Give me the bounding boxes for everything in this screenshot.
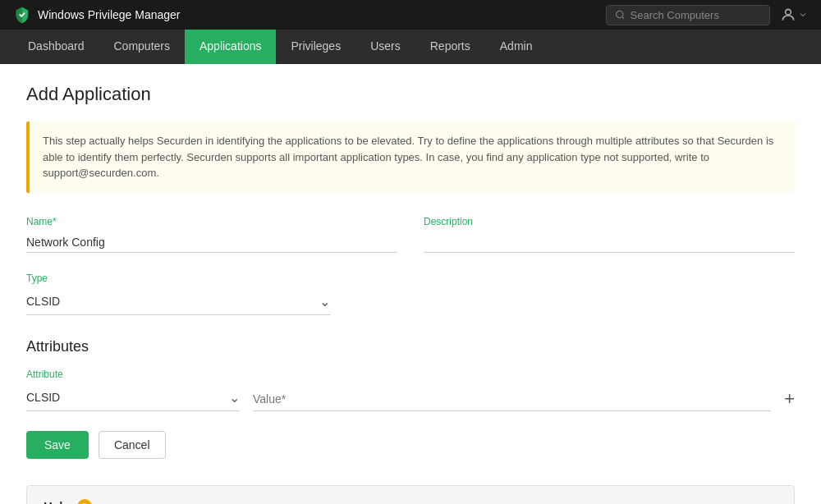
nav-users[interactable]: Users: [355, 30, 415, 64]
help-header: Help ?: [44, 499, 777, 505]
chevron-down-icon: ⌄: [319, 294, 330, 309]
type-wrapper: Type CLSID ⌄: [26, 273, 330, 315]
type-dropdown[interactable]: CLSID ⌄: [26, 289, 330, 315]
nav-admin[interactable]: Admin: [485, 30, 548, 64]
nav-dashboard[interactable]: Dashboard: [13, 30, 99, 64]
attribute-value: CLSID: [26, 391, 60, 404]
svg-line-1: [622, 16, 624, 18]
attributes-title: Attributes: [26, 338, 795, 355]
search-icon: [615, 9, 626, 21]
brand-title: Windows Privilege Manager: [38, 8, 181, 21]
user-icon: [780, 7, 796, 23]
svg-point-2: [786, 9, 791, 15]
search-box[interactable]: [606, 5, 770, 25]
attribute-select-wrapper: Attribute CLSID ⌄: [26, 369, 240, 411]
navigation: Dashboard Computers Applications Privile…: [0, 30, 821, 64]
header: Windows Privilege Manager: [0, 0, 821, 30]
name-label: Name*: [26, 216, 397, 227]
name-group: Name*: [26, 216, 397, 253]
help-title: Help: [44, 499, 71, 504]
attribute-value-wrapper: [253, 387, 771, 411]
main-content: Add Application This step actually helps…: [0, 64, 821, 504]
nav-reports[interactable]: Reports: [415, 30, 485, 64]
help-section: Help ? If you select the attribute 'File…: [26, 485, 795, 505]
page-title: Add Application: [26, 84, 795, 105]
description-input[interactable]: [424, 232, 795, 253]
nav-applications[interactable]: Applications: [185, 30, 277, 64]
info-text: This step actually helps Securden in ide…: [43, 135, 773, 179]
user-menu[interactable]: [780, 7, 808, 23]
help-badge: ?: [77, 499, 92, 505]
add-attribute-button[interactable]: +: [784, 390, 795, 411]
chevron-down-icon: [798, 10, 808, 20]
search-input[interactable]: [631, 9, 761, 21]
attribute-value-input[interactable]: [253, 387, 771, 411]
attribute-chevron-icon: ⌄: [229, 390, 240, 405]
cancel-button[interactable]: Cancel: [99, 431, 166, 459]
description-group: Description: [424, 216, 795, 253]
attribute-label: Attribute: [26, 369, 240, 380]
type-label: Type: [26, 273, 330, 284]
name-input[interactable]: [26, 232, 397, 253]
description-label: Description: [424, 216, 795, 227]
attributes-row: Attribute CLSID ⌄ +: [26, 369, 795, 411]
name-description-row: Name* Description: [26, 216, 795, 253]
nav-privileges[interactable]: Privileges: [276, 30, 355, 64]
save-button[interactable]: Save: [26, 431, 89, 459]
nav-computers[interactable]: Computers: [99, 30, 185, 64]
svg-point-0: [617, 11, 623, 17]
shield-icon: [13, 6, 31, 24]
brand: Windows Privilege Manager: [13, 6, 181, 24]
info-banner: This step actually helps Securden in ide…: [26, 121, 795, 193]
type-value: CLSID: [26, 295, 60, 308]
button-row: Save Cancel: [26, 431, 795, 459]
header-right: [606, 5, 808, 25]
attribute-dropdown[interactable]: CLSID ⌄: [26, 385, 240, 411]
